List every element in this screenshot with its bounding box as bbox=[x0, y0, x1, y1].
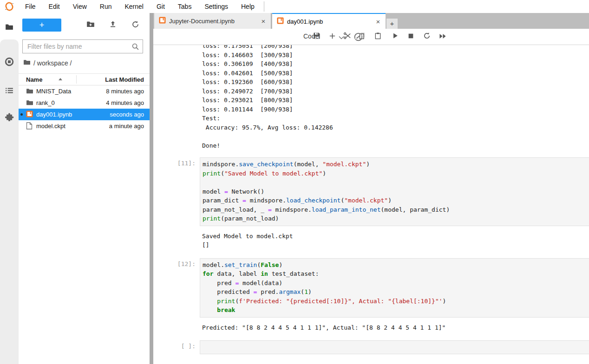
cell-input-prompt: [11]: bbox=[153, 157, 200, 226]
stop-kernel-button[interactable] bbox=[406, 32, 415, 41]
refresh-icon bbox=[131, 20, 139, 30]
file-list-header: Name Last Modified bbox=[19, 73, 150, 85]
new-folder-button[interactable] bbox=[85, 20, 96, 30]
folder-icon bbox=[26, 87, 33, 95]
mindspore-logo-icon bbox=[0, 1, 19, 12]
restart-icon bbox=[423, 32, 431, 41]
stop-icon bbox=[408, 32, 414, 41]
upload-button[interactable] bbox=[108, 20, 118, 30]
run-cell-button[interactable] bbox=[391, 32, 400, 41]
notebook-icon bbox=[159, 17, 166, 25]
column-header-name[interactable]: Name bbox=[26, 76, 42, 83]
paste-cells-button[interactable] bbox=[373, 32, 382, 41]
file-row-day001.ipynb[interactable]: day001.ipynbseconds ago bbox=[19, 109, 150, 120]
folder-icon bbox=[26, 99, 33, 106]
file-row-MNIST_Data[interactable]: MNIST_Data8 minutes ago bbox=[19, 85, 150, 97]
close-icon[interactable] bbox=[374, 18, 382, 26]
cell-output: Saved Model to model.ckpt [] bbox=[202, 232, 589, 250]
tab-label: day001.ipynb bbox=[287, 18, 370, 25]
menu-item-file[interactable]: File bbox=[19, 0, 42, 13]
column-divider bbox=[76, 75, 77, 84]
table-of-contents-tab[interactable] bbox=[0, 84, 19, 99]
restart-kernel-button[interactable] bbox=[422, 32, 432, 41]
breadcrumb[interactable]: / workspace / bbox=[23, 58, 72, 67]
cell-input-prompt: [ ]: bbox=[153, 340, 200, 354]
tab-day001.ipynb[interactable]: day001.ipynb bbox=[272, 13, 386, 29]
upload-icon bbox=[109, 20, 117, 30]
jupyterlab-window: FileEditViewRunKernelGitTabsSettingsHelp bbox=[0, 0, 589, 364]
menu-item-edit[interactable]: Edit bbox=[42, 0, 66, 13]
filter-files-input[interactable] bbox=[23, 40, 143, 53]
file-row-model.ckpt[interactable]: model.ckpta minute ago bbox=[19, 120, 150, 132]
breadcrumb-path: / workspace / bbox=[33, 59, 72, 67]
run-all-cells-button[interactable] bbox=[438, 32, 447, 41]
menu-separator bbox=[264, 1, 264, 12]
cell-scrollback-output: loss: 0.175051 [200/938] loss: 0.146603 … bbox=[202, 45, 589, 150]
file-list: MNIST_Data8 minutes agorank_04 minutes a… bbox=[19, 85, 150, 132]
plus-icon bbox=[329, 32, 336, 41]
notebook-icon bbox=[277, 17, 284, 26]
table-of-contents-icon bbox=[5, 86, 13, 97]
close-icon[interactable] bbox=[260, 17, 267, 25]
file-browser-toolbar: + bbox=[19, 13, 150, 34]
file-name: MNIST_Data bbox=[36, 88, 71, 95]
column-header-modified[interactable]: Last Modified bbox=[105, 76, 144, 83]
fast-forward-icon bbox=[439, 32, 446, 41]
menu-item-view[interactable]: View bbox=[66, 0, 93, 13]
file-browser-tab[interactable] bbox=[0, 20, 19, 35]
file-modified: a minute ago bbox=[109, 123, 144, 130]
open-file-dot bbox=[20, 113, 23, 116]
file-name: model.ckpt bbox=[36, 123, 65, 130]
running-sessions-tab[interactable] bbox=[0, 55, 19, 70]
cell-output: Predicted: "[8 8 2 4 4 5 4 1 1 1]", Actu… bbox=[202, 323, 589, 332]
running-sessions-icon bbox=[5, 57, 14, 68]
code-cell: [ ]: bbox=[153, 340, 589, 354]
menu-bar: FileEditViewRunKernelGitTabsSettingsHelp bbox=[0, 0, 589, 13]
menu-item-tabs[interactable]: Tabs bbox=[171, 0, 198, 13]
cell-code-editor[interactable] bbox=[200, 340, 589, 354]
new-tab-button[interactable] bbox=[386, 19, 398, 29]
cell-code-editor[interactable]: model.set_train(False)for data, label in… bbox=[200, 258, 589, 318]
notebook-toolbar: Code bbox=[153, 29, 589, 45]
new-launcher-button[interactable]: + bbox=[22, 19, 61, 32]
paste-icon bbox=[374, 32, 381, 41]
tab-label: Jupyter-Document.ipynb bbox=[169, 18, 255, 25]
tab-Jupyter-Document.ipynb[interactable]: Jupyter-Document.ipynb bbox=[154, 13, 271, 29]
play-icon bbox=[392, 32, 399, 41]
file-name: day001.ipynb bbox=[36, 111, 72, 118]
panel-resize-handle[interactable] bbox=[150, 13, 153, 364]
kernel-status-icon bbox=[353, 32, 364, 44]
notebook-icon bbox=[26, 110, 33, 118]
file-name: rank_0 bbox=[36, 99, 55, 106]
code-cell: [12]:model.set_train(False)for data, lab… bbox=[153, 258, 589, 332]
insert-cell-button[interactable] bbox=[327, 32, 337, 41]
file-row-rank_0[interactable]: rank_04 minutes ago bbox=[19, 97, 150, 109]
file-modified: seconds ago bbox=[110, 111, 144, 118]
file-browser-panel: + bbox=[19, 13, 150, 364]
cell-type-dropdown[interactable]: Code bbox=[303, 32, 319, 40]
menu-item-kernel[interactable]: Kernel bbox=[118, 0, 150, 13]
search-icon bbox=[131, 43, 139, 52]
main-area: Jupyter-Document.ipynbday001.ipynb bbox=[153, 13, 589, 364]
extension-manager-tab[interactable] bbox=[0, 110, 19, 125]
menu-item-help[interactable]: Help bbox=[235, 0, 261, 13]
menu-item-settings[interactable]: Settings bbox=[198, 0, 235, 13]
refresh-button[interactable] bbox=[130, 20, 140, 30]
menu-item-run[interactable]: Run bbox=[93, 0, 118, 13]
chevron-down-icon[interactable] bbox=[338, 33, 345, 42]
new-folder-icon bbox=[86, 20, 95, 30]
file-modified: 4 minutes ago bbox=[106, 99, 144, 106]
filter-files-box bbox=[22, 39, 143, 53]
menu-items: FileEditViewRunKernelGitTabsSettingsHelp bbox=[19, 0, 261, 13]
notebook-cells: [11]:mindspore.save_checkpoint(model, "m… bbox=[153, 157, 589, 354]
file-modified: 8 minutes ago bbox=[106, 88, 144, 95]
cell-input-prompt: [12]: bbox=[153, 258, 200, 318]
notebook-scroll-area[interactable]: loss: 0.175051 [200/938] loss: 0.146603 … bbox=[153, 45, 589, 364]
cell-code-editor[interactable]: mindspore.save_checkpoint(model, "model.… bbox=[200, 157, 589, 226]
menu-item-git[interactable]: Git bbox=[150, 0, 171, 13]
code-cell: [11]:mindspore.save_checkpoint(model, "m… bbox=[153, 157, 589, 250]
folder-icon bbox=[5, 23, 13, 33]
home-folder-icon bbox=[23, 58, 31, 67]
extensions-puzzle-icon bbox=[5, 112, 14, 123]
sidebar-strip bbox=[0, 13, 19, 364]
